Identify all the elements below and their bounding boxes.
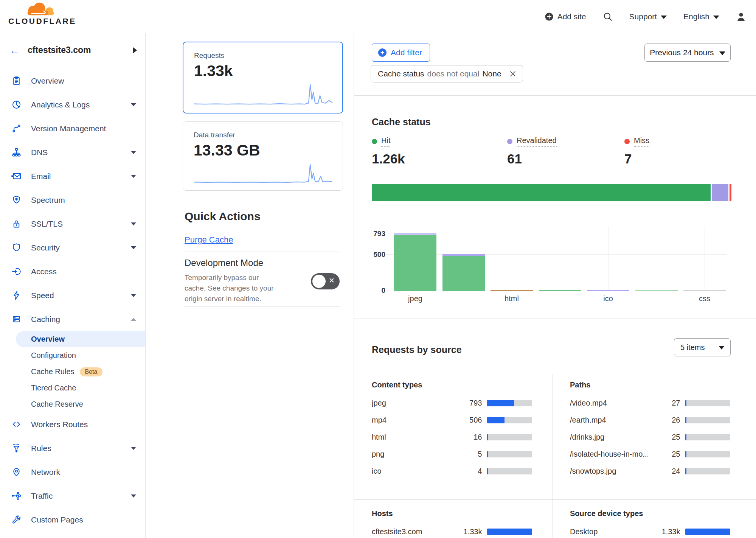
data-transfer-metric-card[interactable]: Data transfer 13.33 GB xyxy=(183,121,343,191)
table-row: /isolated-house-in-mo...25 xyxy=(570,446,730,463)
hosts-table: Hostscftestsite3.com1.33k xyxy=(372,509,532,538)
site-selector[interactable]: ← cftestsite3.com xyxy=(0,33,145,67)
table-row: Desktop1.33k xyxy=(570,523,730,538)
cloudflare-logo[interactable]: CLOUDFLARE xyxy=(8,2,69,26)
sidebar-subitem-label: Overview xyxy=(31,335,65,344)
divider xyxy=(354,95,756,96)
requests-sparkline xyxy=(194,83,332,106)
sidebar-item-spectrum[interactable]: Spectrum xyxy=(0,188,145,212)
sidebar-item-label: DNS xyxy=(31,148,48,157)
sidebar-item-label: Network xyxy=(31,468,60,477)
purge-cache-link[interactable]: Purge Cache xyxy=(185,235,233,245)
account-menu[interactable] xyxy=(736,12,746,22)
time-range-dropdown[interactable]: Previous 24 hours xyxy=(644,44,731,62)
sidebar-subitem-caching-overview[interactable]: Overview xyxy=(0,331,145,347)
sidebar-subitem-caching-configuration[interactable]: Configuration xyxy=(0,347,145,364)
language-menu[interactable]: English xyxy=(683,12,719,21)
lock-icon xyxy=(11,219,22,229)
support-menu[interactable]: Support xyxy=(629,12,667,21)
sidebar-item-custom-pages[interactable]: Custom Pages xyxy=(0,508,145,532)
sidebar-item-ssl-tls[interactable]: SSL/TLS xyxy=(0,212,145,236)
sidebar-subitem-caching-cache-reserve[interactable]: Cache Reserve xyxy=(0,396,145,412)
row-value: 1.33k xyxy=(648,527,680,536)
quick-actions-title: Quick Actions xyxy=(185,210,261,223)
sidebar-item-traffic[interactable]: Traffic xyxy=(0,484,145,508)
sidebar-item-analytics-logs[interactable]: Analytics & Logs xyxy=(0,93,145,117)
bar-segment-other xyxy=(683,290,726,291)
development-mode-toggle[interactable]: ✕ xyxy=(311,273,340,289)
table-row: /snowtops.jpg24 xyxy=(570,463,730,480)
sidebar-item-label: Workers Routes xyxy=(31,420,88,429)
filter-field: Cache status xyxy=(378,69,424,78)
filter-value: None xyxy=(482,69,501,78)
sidebar-item-caching[interactable]: Caching xyxy=(0,307,145,331)
row-value: 25 xyxy=(648,450,680,459)
table-row: /video.mp427 xyxy=(570,395,730,412)
sidebar-nav: OverviewAnalytics & LogsVersion Manageme… xyxy=(0,67,145,532)
card-value: 13.33 GB xyxy=(194,141,332,159)
back-arrow-icon[interactable]: ← xyxy=(10,45,20,55)
row-bar-track xyxy=(487,417,532,423)
x-axis-tick-label: css xyxy=(682,294,727,303)
sidebar-item-security[interactable]: Security xyxy=(0,236,145,260)
bar-segment-hit xyxy=(539,290,581,291)
row-bar-track xyxy=(685,400,730,406)
sidebar-subitem-label: Cache Reserve xyxy=(31,400,83,409)
table-header: Source device types xyxy=(570,509,730,518)
stacked-bar-segment-hit xyxy=(372,184,711,201)
legend-item-revalidated[interactable]: Revalidated61 xyxy=(507,136,557,166)
sidebar-item-label: Spectrum xyxy=(31,196,65,205)
gridline xyxy=(608,226,609,291)
requests-metric-card[interactable]: Requests 1.33k xyxy=(183,42,343,114)
row-label: /drinks.jpg xyxy=(570,433,648,442)
sidebar-subitem-caching-cache-rules[interactable]: Cache RulesBeta xyxy=(0,364,145,380)
items-count-dropdown[interactable]: 5 items xyxy=(674,338,731,356)
legend-item-hit[interactable]: Hit1.26k xyxy=(372,136,405,166)
x-axis-tick-label: html xyxy=(489,294,534,303)
sidebar-item-workers-routes[interactable]: Workers Routes xyxy=(0,412,145,436)
row-value: 26 xyxy=(648,416,680,424)
sidebar-item-rules[interactable]: Rules xyxy=(0,436,145,460)
filter-chip: Cache status does not equal None xyxy=(371,65,523,82)
sidebar-item-label: Security xyxy=(31,243,60,252)
legend-head: Hit xyxy=(372,136,405,147)
y-axis-tick-label: 793 xyxy=(370,230,385,238)
sidebar-item-version-management[interactable]: Version Management xyxy=(0,117,145,140)
row-label: cftestsite3.com xyxy=(372,527,450,536)
remove-filter-icon[interactable] xyxy=(508,69,517,78)
chart-bar-col-2 xyxy=(442,254,485,291)
row-bar-fill xyxy=(685,434,686,440)
chevron-down-icon xyxy=(131,447,136,450)
site-sidebar: ← cftestsite3.com OverviewAnalytics & Lo… xyxy=(0,33,146,538)
row-value: 16 xyxy=(450,433,482,442)
table-row: cftestsite3.com1.33k xyxy=(372,523,532,538)
sidebar-subitem-label: Cache RulesBeta xyxy=(31,367,102,376)
plus-circle-icon: + xyxy=(378,48,387,57)
sidebar-item-speed[interactable]: Speed xyxy=(0,283,145,307)
add-site-button[interactable]: Add site xyxy=(545,12,586,21)
legend-item-miss[interactable]: Miss7 xyxy=(624,136,649,166)
location-pin-icon xyxy=(11,467,22,477)
divider xyxy=(354,499,756,500)
row-label: mp4 xyxy=(372,416,450,424)
sidebar-subitem-caching-tiered-cache[interactable]: Tiered Cache xyxy=(0,380,145,396)
server-stack-icon xyxy=(11,314,22,324)
chart-bar-ico xyxy=(587,290,629,291)
sidebar-item-network[interactable]: Network xyxy=(0,460,145,484)
chevron-down-icon xyxy=(131,294,136,297)
toggle-knob xyxy=(312,275,326,288)
row-label: html xyxy=(372,433,450,442)
search-button[interactable] xyxy=(603,12,613,22)
chevron-right-icon[interactable] xyxy=(133,47,137,53)
requests-by-source-title: Requests by source xyxy=(372,344,462,355)
chevron-down-icon xyxy=(131,494,136,498)
sidebar-item-dns[interactable]: DNS xyxy=(0,140,145,164)
sidebar-item-access[interactable]: Access xyxy=(0,260,145,283)
chart-bar-html xyxy=(491,290,533,291)
add-filter-button[interactable]: + Add filter xyxy=(372,44,430,62)
table-row: png5 xyxy=(372,446,532,463)
row-bar-track xyxy=(487,468,532,474)
dns-tree-icon xyxy=(11,147,22,157)
sidebar-item-email[interactable]: Email xyxy=(0,164,145,188)
sidebar-item-overview[interactable]: Overview xyxy=(0,69,145,93)
